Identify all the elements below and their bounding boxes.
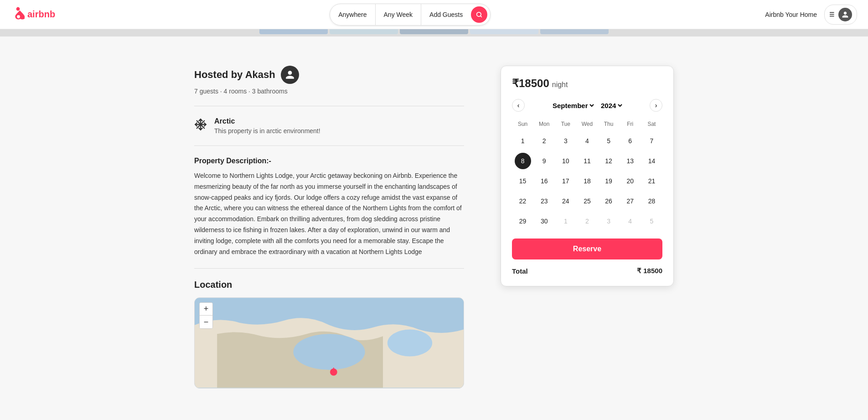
weekday-fri: Fri (620, 119, 641, 131)
calendar-day[interactable]: 15 (512, 171, 533, 191)
calendar-day[interactable]: 16 (533, 171, 555, 191)
total-label: Total (512, 267, 528, 275)
month-select[interactable]: September October November (551, 101, 595, 110)
day-number: 5 (600, 133, 617, 149)
calendar-day[interactable]: 10 (555, 151, 576, 171)
calendar-day[interactable]: 26 (598, 191, 620, 211)
logo[interactable]: airbnb (11, 5, 55, 23)
calendar-day[interactable]: 27 (620, 191, 641, 211)
calendar-day[interactable]: 17 (555, 171, 576, 191)
arctic-description: This property is in arctic environment! (214, 127, 320, 135)
weekday-mon: Mon (533, 119, 555, 131)
day-number: 25 (579, 193, 595, 209)
calendar-day[interactable]: 6 (620, 131, 641, 151)
host-section: Hosted by Akash 7 guests · 4 rooms · 3 b… (194, 66, 464, 106)
calendar-day[interactable]: 3 (555, 131, 576, 151)
arctic-title: Arctic (214, 117, 320, 125)
map-zoom-controls[interactable]: + − (199, 302, 213, 329)
calendar-day[interactable]: 11 (576, 151, 598, 171)
airbnb-home-link[interactable]: Airbnb Your Home (765, 11, 817, 18)
calendar-day[interactable]: 22 (512, 191, 533, 211)
calendar: ‹ September October November 2024 2025 (512, 99, 662, 231)
calendar-day: 1 (555, 211, 576, 231)
description-heading: Property Description:- (194, 157, 464, 165)
day-number: 22 (515, 193, 531, 209)
calendar-day[interactable]: 19 (598, 171, 620, 191)
search-bar: Anywhere Any Week Add Guests (330, 4, 491, 26)
calendar-day[interactable]: 9 (533, 151, 555, 171)
calendar-day[interactable]: 25 (576, 191, 598, 211)
weekday-tue: Tue (555, 119, 576, 131)
day-number: 28 (643, 193, 660, 209)
day-number: 27 (622, 193, 638, 209)
calendar-day[interactable]: 18 (576, 171, 598, 191)
day-number: 14 (643, 153, 660, 169)
avatar (838, 8, 852, 21)
calendar-day[interactable]: 2 (533, 131, 555, 151)
day-number: 4 (622, 213, 638, 229)
day-number: 21 (643, 173, 660, 189)
search-add-guests[interactable]: Add Guests (421, 4, 471, 25)
calendar-header: ‹ September October November 2024 2025 (512, 99, 662, 112)
zoom-out-button[interactable]: − (200, 316, 212, 328)
snowflake-icon (194, 118, 207, 134)
day-number: 15 (515, 173, 531, 189)
map-container[interactable]: + − (194, 297, 464, 389)
day-number: 7 (643, 133, 660, 149)
calendar-day[interactable]: 28 (641, 191, 662, 211)
logo-text: airbnb (27, 9, 55, 20)
day-number: 5 (643, 213, 660, 229)
reserve-button[interactable]: Reserve (512, 239, 662, 259)
calendar-week-2: 15161718192021 (512, 171, 662, 191)
description-text: Welcome to Northern Lights Lodge, your A… (194, 171, 464, 257)
calendar-day[interactable]: 14 (641, 151, 662, 171)
header-right: Airbnb Your Home ☰ (765, 5, 857, 25)
search-anywhere[interactable]: Anywhere (330, 4, 375, 25)
calendar-day[interactable]: 8 (512, 151, 533, 171)
day-number: 17 (558, 173, 574, 189)
day-number: 1 (558, 213, 574, 229)
host-meta: 7 guests · 4 rooms · 3 bathrooms (194, 88, 464, 95)
total-amount: ₹ 18500 (637, 267, 662, 275)
calendar-day[interactable]: 1 (512, 131, 533, 151)
menu-button[interactable]: ☰ (824, 5, 857, 25)
calendar-day[interactable]: 7 (641, 131, 662, 151)
zoom-in-button[interactable]: + (200, 303, 212, 316)
calendar-day: 4 (620, 211, 641, 231)
calendar-prev-button[interactable]: ‹ (512, 99, 525, 112)
calendar-day[interactable]: 20 (620, 171, 641, 191)
day-number: 24 (558, 193, 574, 209)
booking-card: ₹18500 night ‹ September October Novembe… (501, 66, 674, 286)
header: airbnb Anywhere Any Week Add Guests Airb… (0, 0, 868, 29)
host-avatar (281, 66, 299, 84)
calendar-day: 5 (641, 211, 662, 231)
calendar-day[interactable]: 13 (620, 151, 641, 171)
calendar-day[interactable]: 21 (641, 171, 662, 191)
calendar-day[interactable]: 5 (598, 131, 620, 151)
calendar-next-button[interactable]: › (650, 99, 662, 112)
calendar-week-1: 891011121314 (512, 151, 662, 171)
calendar-day[interactable]: 23 (533, 191, 555, 211)
search-button[interactable] (471, 6, 487, 23)
calendar-week-3: 22232425262728 (512, 191, 662, 211)
svg-point-16 (388, 330, 432, 357)
main-content: Hosted by Akash 7 guests · 4 rooms · 3 b… (0, 66, 868, 418)
calendar-day[interactable]: 30 (533, 211, 555, 231)
day-number: 16 (536, 173, 553, 189)
location-heading: Location (194, 280, 464, 290)
calendar-day[interactable]: 24 (555, 191, 576, 211)
day-number: 19 (600, 173, 617, 189)
calendar-day[interactable]: 29 (512, 211, 533, 231)
day-number: 23 (536, 193, 553, 209)
day-number: 3 (558, 133, 574, 149)
day-number: 11 (579, 153, 595, 169)
hamburger-icon: ☰ (829, 11, 835, 18)
airbnb-logo-icon (11, 5, 25, 23)
search-any-week[interactable]: Any Week (376, 4, 422, 25)
calendar-month-year: September October November 2024 2025 (551, 101, 624, 110)
day-number: 2 (579, 213, 595, 229)
calendar-day[interactable]: 12 (598, 151, 620, 171)
calendar-day[interactable]: 4 (576, 131, 598, 151)
year-select[interactable]: 2024 2025 (599, 101, 624, 110)
day-number: 20 (622, 173, 638, 189)
